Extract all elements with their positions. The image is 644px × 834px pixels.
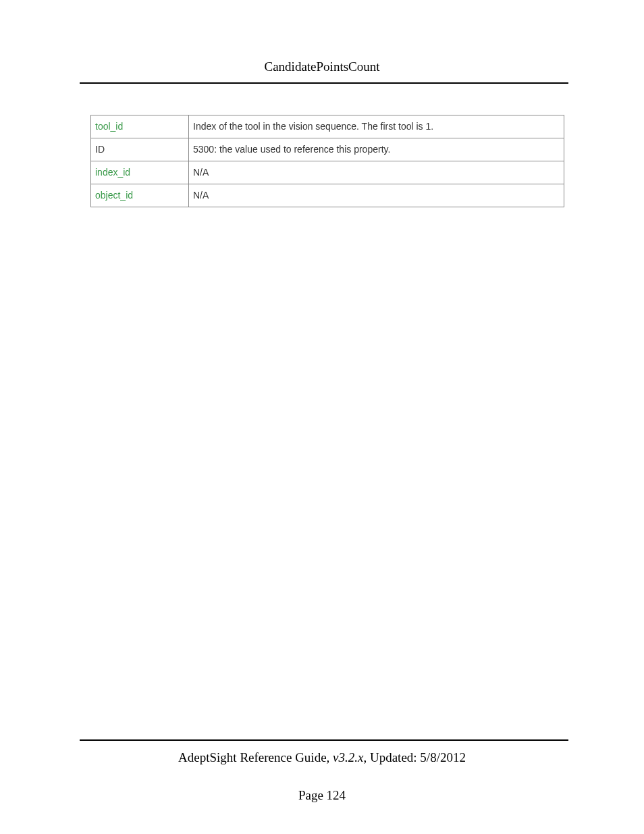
property-name-cell: object_id (91, 184, 189, 207)
page-number: Page 124 (0, 765, 644, 834)
property-link[interactable]: object_id (95, 190, 133, 201)
property-desc-cell: 5300: the value used to reference this p… (189, 138, 564, 161)
footer-text: AdeptSight Reference Guide, v3.2.x, Upda… (0, 741, 644, 765)
property-link[interactable]: index_id (95, 167, 130, 178)
page-header: CandidatePointsCount (0, 0, 644, 84)
footer-guide: AdeptSight Reference Guide (178, 750, 326, 764)
property-desc-cell: N/A (189, 161, 564, 184)
table-row: object_id N/A (91, 184, 564, 207)
property-name-cell: tool_id (91, 115, 189, 138)
property-desc-cell: N/A (189, 184, 564, 207)
page-title: CandidatePointsCount (0, 59, 644, 82)
table-row: tool_id Index of the tool in the vision … (91, 115, 564, 138)
properties-table: tool_id Index of the tool in the vision … (90, 115, 564, 207)
property-desc-cell: Index of the tool in the vision sequence… (189, 115, 564, 138)
footer-updated: , Updated: 5/8/2012 (363, 750, 465, 764)
property-name: ID (95, 144, 105, 155)
table-row: index_id N/A (91, 161, 564, 184)
content-area: tool_id Index of the tool in the vision … (0, 84, 644, 207)
footer-version: , v3.2.x (327, 750, 364, 764)
property-name-cell: index_id (91, 161, 189, 184)
page-footer: AdeptSight Reference Guide, v3.2.x, Upda… (0, 739, 644, 834)
table-row: ID 5300: the value used to reference thi… (91, 138, 564, 161)
property-link[interactable]: tool_id (95, 121, 123, 132)
property-name-cell: ID (91, 138, 189, 161)
